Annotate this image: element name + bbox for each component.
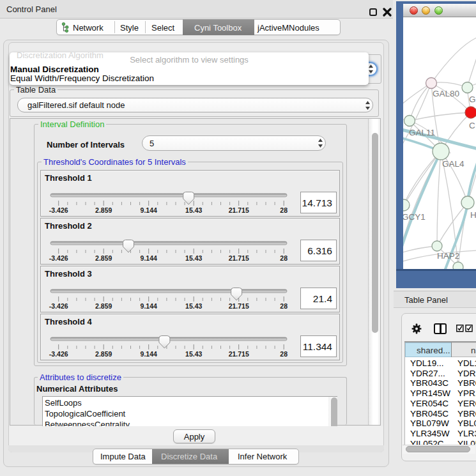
svg-text:21.715: 21.715 (229, 350, 249, 358)
svg-text:2.859: 2.859 (95, 254, 112, 262)
svg-text:9.144: 9.144 (141, 254, 157, 262)
svg-text:28: 28 (280, 350, 288, 358)
svg-text:15.43: 15.43 (185, 206, 202, 214)
svg-text:GAL11: GAL11 (409, 128, 435, 137)
svg-text:15.43: 15.43 (185, 254, 202, 262)
svg-text:G.: G. (469, 95, 476, 104)
svg-text:2.859: 2.859 (95, 206, 112, 214)
svg-text:9.144: 9.144 (141, 302, 157, 310)
svg-text:15.43: 15.43 (185, 302, 202, 310)
svg-text:15.43: 15.43 (185, 350, 202, 358)
svg-text:-3.426: -3.426 (49, 302, 68, 310)
svg-text:28: 28 (280, 302, 288, 310)
svg-text:2.859: 2.859 (95, 302, 112, 310)
svg-text:C: C (469, 121, 475, 130)
svg-text:21.715: 21.715 (229, 254, 249, 262)
svg-text:-3.426: -3.426 (49, 350, 68, 358)
svg-text:2.859: 2.859 (95, 350, 112, 358)
svg-text:GAL4: GAL4 (442, 159, 464, 169)
svg-text:28: 28 (280, 206, 288, 214)
svg-text:21.715: 21.715 (229, 302, 249, 310)
svg-text:9.144: 9.144 (141, 350, 157, 358)
svg-text:9.144: 9.144 (141, 206, 157, 214)
svg-text:-3.426: -3.426 (49, 206, 68, 214)
svg-text:-3.426: -3.426 (49, 254, 68, 262)
svg-text:GAL80: GAL80 (433, 89, 459, 98)
svg-text:21.715: 21.715 (229, 206, 249, 214)
svg-text:28: 28 (280, 254, 288, 262)
svg-text:GCY1: GCY1 (403, 212, 426, 222)
svg-text:H: H (470, 210, 476, 220)
svg-text:HAP2: HAP2 (437, 251, 459, 261)
